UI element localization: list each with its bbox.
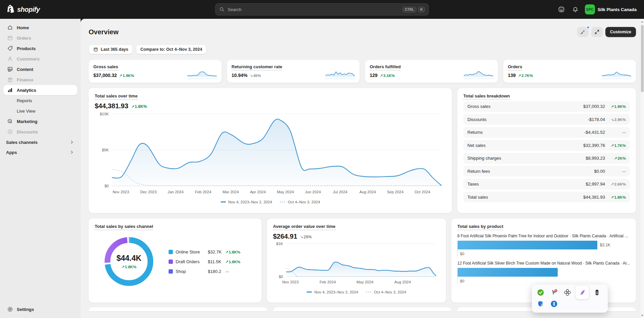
- scroll-down-arrow[interactable]: ▼: [640, 313, 644, 318]
- donut-center-badge: ↗1.8K%: [122, 264, 137, 270]
- sidebar-item-products[interactable]: Products: [3, 43, 77, 53]
- bar-axis-zero-label: $0: [460, 252, 630, 256]
- svg-text:$5K: $5K: [102, 148, 109, 152]
- chart-title[interactable]: Total sales by product: [457, 224, 503, 230]
- svg-text:$0: $0: [279, 275, 283, 279]
- metric-change-badge: ↗1.9K%: [119, 72, 134, 78]
- row-value: -$178.04: [588, 117, 605, 122]
- row-change-badge: ↗2.6K%: [608, 182, 626, 187]
- notifications-bell-icon[interactable]: [570, 4, 581, 15]
- svg-text:$1K: $1K: [276, 242, 283, 246]
- x-tick-label: May 2024: [357, 280, 374, 284]
- metric-card-orders-fulfilled: Orders fulfilled129↗3.1K%: [365, 60, 498, 83]
- chart-legend: Nov 4, 2023–Nov 2, 2024Oct 4–Nov 3, 2024: [95, 200, 446, 204]
- metric-title[interactable]: Orders: [508, 64, 522, 71]
- channel-value: $180.2: [208, 269, 225, 274]
- breakdown-row-gross-sales[interactable]: Gross sales$37,000.32↗1.9K%: [463, 101, 630, 112]
- chart-legend: Nov 4, 2023–Nov 2, 2024Oct 4–Nov 3, 2024: [273, 290, 440, 294]
- compare-to-button[interactable]: Compare to: Oct 4–Nov 3, 2024: [136, 44, 206, 54]
- breakdown-rows: Gross sales$37,000.32↗1.9K%Discounts-$17…: [463, 101, 630, 203]
- product-bar[interactable]: [458, 268, 558, 277]
- metric-change-badge: ↘45%: [250, 72, 261, 78]
- sidebar-item-marketing[interactable]: Marketing: [3, 116, 77, 126]
- sidebar-item-live-view[interactable]: Live View: [3, 106, 77, 116]
- chart-title[interactable]: Total sales by sales channel: [95, 224, 153, 230]
- trash-extension-icon[interactable]: [593, 288, 601, 296]
- date-range-button[interactable]: Last 365 days: [89, 44, 133, 54]
- cursor-extension-icon[interactable]: [550, 288, 558, 296]
- chart-title[interactable]: Total sales over time: [95, 93, 138, 100]
- row-label: Total sales: [467, 195, 583, 200]
- aov-line-chart: $1K$0: [273, 240, 440, 280]
- svg-text:$10K: $10K: [100, 112, 109, 116]
- breakdown-row-net-sales[interactable]: Net sales$32,390.76↗1.7K%: [463, 140, 630, 151]
- breakdown-row-shipping-charges[interactable]: Shipping charges$8,993.23↗2K%: [463, 153, 630, 164]
- sidebar-item-label: Marketing: [17, 119, 37, 124]
- product-bar[interactable]: [458, 241, 597, 249]
- page-scrollbar[interactable]: ▲ ▼: [640, 19, 644, 318]
- chart-title[interactable]: Average order value over time: [273, 224, 335, 230]
- x-tick-label: Feb 2024: [320, 280, 336, 284]
- customize-button[interactable]: Customize: [605, 27, 636, 37]
- feather-extension-selected[interactable]: [576, 286, 589, 299]
- sidebar-item-orders: Orders: [3, 33, 77, 43]
- row-value: $32,390.76: [583, 143, 605, 148]
- sidebar-item-analytics[interactable]: Analytics: [3, 85, 77, 95]
- sidebar-item-content[interactable]: Content: [3, 64, 77, 74]
- bar-axis-zero-label: $0: [460, 279, 630, 283]
- x-tick-label: Oct 2024: [415, 190, 430, 194]
- section-label: Apps: [6, 150, 17, 155]
- gear-icon: [7, 306, 13, 313]
- shopify-logo[interactable]: shopify: [6, 5, 40, 14]
- row-label: Shipping charges: [467, 156, 586, 161]
- clover-extension-icon[interactable]: [563, 288, 571, 296]
- section-label: Sales channels: [6, 140, 38, 145]
- search-icon: [219, 6, 225, 12]
- sidekick-icon[interactable]: [556, 4, 567, 15]
- channel-label: Draft Orders: [176, 259, 208, 264]
- metric-title[interactable]: Gross sales: [93, 64, 118, 71]
- breakdown-row-return-fees[interactable]: Return fees$0.00—: [463, 166, 630, 176]
- search-placeholder: Search: [228, 7, 401, 12]
- channel-label: Shop: [176, 269, 208, 274]
- topbar: shopify Search CTRL K SPC Silk Plants Ca…: [0, 0, 644, 19]
- store-avatar: SPC: [585, 4, 595, 14]
- sidebar-item-finance: Finance: [3, 75, 77, 85]
- sidebar-item-reports[interactable]: Reports: [3, 95, 77, 106]
- total-sales-breakdown-card: Total sales breakdown Gross sales$37,000…: [457, 88, 636, 213]
- analytics-icon: [7, 87, 13, 93]
- x-tick-label: Jun 2024: [305, 190, 321, 194]
- row-value: $2,997.94: [586, 182, 605, 187]
- breakdown-row-returns[interactable]: Returns-$4,431.52—: [463, 127, 630, 138]
- product-item-2: 12 Foot Artificial Silk Silver Birch Tre…: [457, 261, 630, 284]
- channel-legend: Online Store$32.7K↗1.8K%Draft Orders$11.…: [169, 249, 240, 274]
- breakdown-row-total-sales[interactable]: Total sales$44,381.93↗1.8K%: [463, 192, 630, 202]
- page-title: Overview: [89, 28, 119, 36]
- sidebar-item-home[interactable]: Home: [3, 23, 77, 33]
- channel-legend-row-draft-orders: Draft Orders$11.5K↗1.8K%: [169, 259, 240, 264]
- breakdown-row-taxes[interactable]: Taxes$2,997.94↗2.6K%: [463, 179, 630, 190]
- store-menu[interactable]: SPC Silk Plants Canada: [584, 3, 639, 15]
- scrollbar-thumb[interactable]: [641, 25, 644, 92]
- expand-button[interactable]: [591, 27, 603, 37]
- metric-title[interactable]: Orders fulfilled: [370, 64, 401, 71]
- product-bar-value: $3.1K: [600, 243, 610, 247]
- check-badge-icon[interactable]: [537, 288, 545, 296]
- x-tick-label: Sep 2024: [387, 190, 403, 194]
- shield-warning-icon[interactable]: [537, 300, 545, 308]
- metric-value: 10.94%: [232, 73, 247, 78]
- x-tick-label: Jan 2024: [168, 190, 183, 194]
- scroll-up-arrow[interactable]: ▲: [640, 19, 644, 24]
- metric-title[interactable]: Returning customer rate: [232, 64, 282, 71]
- channel-change-badge: —: [225, 269, 229, 274]
- sidekick-sparkle-button[interactable]: [577, 27, 589, 37]
- sidebar-section-sales-channels[interactable]: Sales channels: [3, 137, 77, 147]
- sidebar-item-label: Products: [17, 46, 36, 51]
- breakdown-row-discounts[interactable]: Discounts-$178.04↘2.9K%: [463, 114, 630, 125]
- search-input[interactable]: Search CTRL K: [215, 3, 429, 15]
- bluetooth-icon[interactable]: [550, 300, 558, 308]
- row-value: $37,000.32: [583, 104, 605, 109]
- sidebar-section-apps[interactable]: Apps: [3, 147, 77, 157]
- chart-title[interactable]: Total sales breakdown: [463, 93, 510, 100]
- sidebar-item-settings[interactable]: Settings: [3, 304, 77, 314]
